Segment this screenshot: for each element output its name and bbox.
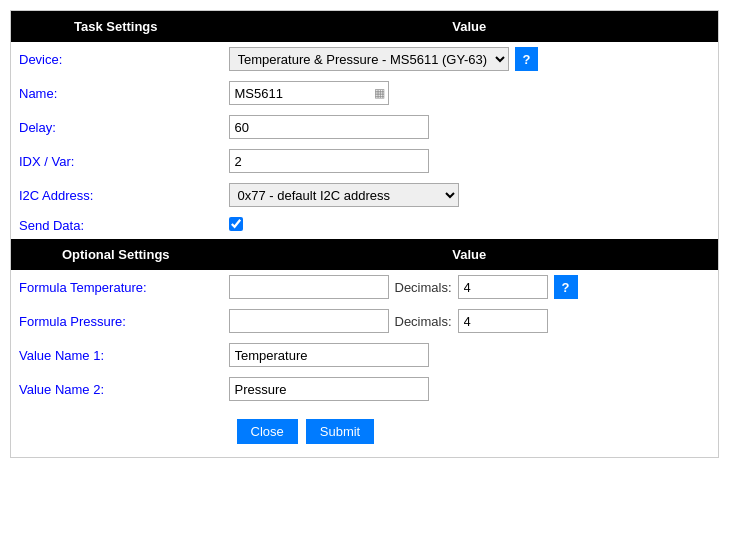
value-name2-row: Value Name 2: xyxy=(11,372,719,406)
submit-button[interactable]: Submit xyxy=(306,419,374,444)
decimals-temp-input[interactable] xyxy=(458,275,548,299)
delay-row: Delay: xyxy=(11,110,719,144)
formula-pressure-value-cell: Decimals: xyxy=(221,304,719,338)
device-label: Device: xyxy=(11,42,221,76)
formula-temp-value-cell: Decimals: ? xyxy=(221,270,719,304)
idx-var-row: IDX / Var: xyxy=(11,144,719,178)
name-input[interactable] xyxy=(229,81,389,105)
value-name2-input[interactable] xyxy=(229,377,429,401)
decimals-temp-label: Decimals: xyxy=(395,280,452,295)
delay-label: Delay: xyxy=(11,110,221,144)
value-name2-value-cell xyxy=(221,372,719,406)
idx-var-value-cell xyxy=(221,144,719,178)
actions-row: Close Submit xyxy=(11,406,719,458)
settings-table: Task Settings Value Device: Temperature … xyxy=(10,10,719,458)
name-value-cell: ▦ xyxy=(221,76,719,110)
actions-spacer xyxy=(11,406,221,458)
name-row: Name: ▦ xyxy=(11,76,719,110)
value-name1-label: Value Name 1: xyxy=(11,338,221,372)
optional-value-header: Value xyxy=(221,239,719,270)
formula-temp-help-button[interactable]: ? xyxy=(554,275,578,299)
decimals-pressure-label: Decimals: xyxy=(395,314,452,329)
idx-var-input[interactable] xyxy=(229,149,429,173)
value-name1-input[interactable] xyxy=(229,343,429,367)
delay-input[interactable] xyxy=(229,115,429,139)
formula-pressure-input[interactable] xyxy=(229,309,389,333)
send-data-label: Send Data: xyxy=(11,212,221,239)
value-name1-row: Value Name 1: xyxy=(11,338,719,372)
formula-temp-label: Formula Temperature: xyxy=(11,270,221,304)
value-name1-value-cell xyxy=(221,338,719,372)
idx-var-label: IDX / Var: xyxy=(11,144,221,178)
device-row: Device: Temperature & Pressure - MS5611 … xyxy=(11,42,719,76)
value-name2-label: Value Name 2: xyxy=(11,372,221,406)
i2c-row: I2C Address: 0x77 - default I2C address xyxy=(11,178,719,212)
i2c-value-cell: 0x77 - default I2C address xyxy=(221,178,719,212)
delay-value-cell xyxy=(221,110,719,144)
decimals-pressure-input[interactable] xyxy=(458,309,548,333)
send-data-value-cell xyxy=(221,212,719,239)
i2c-label: I2C Address: xyxy=(11,178,221,212)
optional-settings-header-row: Optional Settings Value xyxy=(11,239,719,270)
close-button[interactable]: Close xyxy=(237,419,298,444)
actions-cell: Close Submit xyxy=(221,406,719,458)
i2c-select[interactable]: 0x77 - default I2C address xyxy=(229,183,459,207)
device-value-cell: Temperature & Pressure - MS5611 (GY-63) … xyxy=(221,42,719,76)
formula-pressure-row: Formula Pressure: Decimals: xyxy=(11,304,719,338)
device-help-button[interactable]: ? xyxy=(515,47,539,71)
value-header: Value xyxy=(221,11,719,43)
formula-temp-row: Formula Temperature: Decimals: ? xyxy=(11,270,719,304)
device-select[interactable]: Temperature & Pressure - MS5611 (GY-63) xyxy=(229,47,509,71)
name-label: Name: xyxy=(11,76,221,110)
send-data-checkbox[interactable] xyxy=(229,217,243,231)
formula-pressure-label: Formula Pressure: xyxy=(11,304,221,338)
task-settings-header: Task Settings xyxy=(11,11,221,43)
send-data-row: Send Data: xyxy=(11,212,719,239)
formula-temp-input[interactable] xyxy=(229,275,389,299)
optional-settings-header: Optional Settings xyxy=(11,239,221,270)
